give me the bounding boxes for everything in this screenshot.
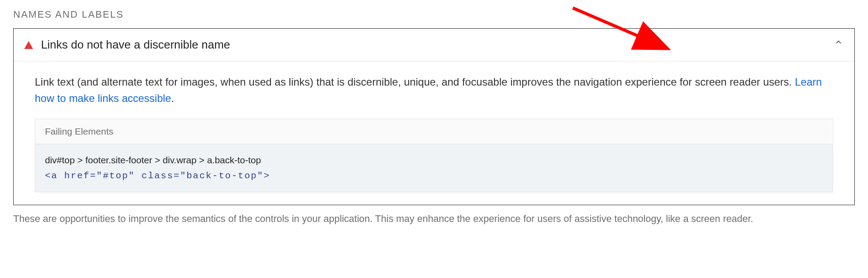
audit-description-text: Link text (and alternate text for images… [35,76,795,88]
failing-element-row: div#top > footer.site-footer > div.wrap … [35,144,833,192]
audit-header-row[interactable]: Links do not have a discernible name ⌄ [14,29,854,61]
audit-description-period: . [171,92,174,104]
audit-description: Link text (and alternate text for images… [35,74,833,106]
failing-element-selector: div#top > footer.site-footer > div.wrap … [45,152,823,168]
audit-title: Links do not have a discernible name [41,38,834,52]
failing-elements-panel: Failing Elements div#top > footer.site-f… [35,119,833,192]
chevron-up-icon[interactable]: ⌄ [834,38,844,52]
audit-body: Link text (and alternate text for images… [14,61,854,205]
failing-element-snippet: <a href="#top" class="back-to-top"> [45,168,823,184]
failing-elements-header: Failing Elements [35,119,833,144]
section-footnote: These are opportunities to improve the s… [13,212,855,226]
warning-triangle-icon [24,41,33,49]
section-header: NAMES AND LABELS [13,9,855,20]
audit-card: Links do not have a discernible name ⌄ L… [13,28,855,205]
